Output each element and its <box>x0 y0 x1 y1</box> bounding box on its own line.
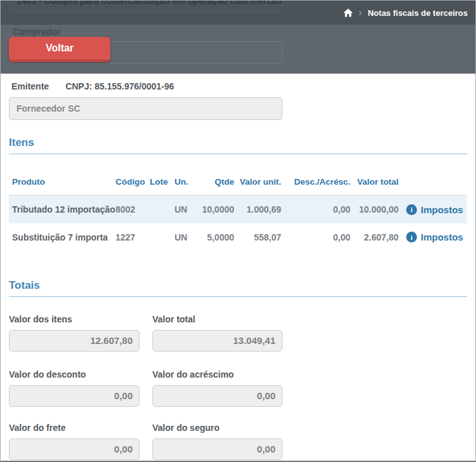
info-icon: i <box>406 204 417 215</box>
totais-row-1: Valor dos itens 12.607,80 Valor total 13… <box>9 314 467 352</box>
col-codigo: Código <box>116 154 150 195</box>
chevron-right-icon: › <box>359 7 362 18</box>
cell-valor-total: 2.607,80 <box>350 223 399 251</box>
field-valor-do-acrescimo: Valor do acréscimo 0,00 <box>152 369 282 407</box>
emitente-row: Emitente CNPJ: 85.155.976/0001-96 <box>11 81 465 91</box>
emitente-input[interactable]: Fornecedor SC <box>9 97 282 120</box>
valor-total-input[interactable]: 13.049,41 <box>152 330 282 352</box>
valor-do-seguro-input[interactable]: 0,00 <box>152 439 282 460</box>
cell-codigo: 1227 <box>116 223 150 251</box>
emitente-cnpj: CNPJ: 85.155.976/0001-96 <box>65 81 174 91</box>
col-un: Un. <box>175 154 196 195</box>
valor-do-acrescimo-input[interactable]: 0,00 <box>152 385 282 407</box>
valor-do-frete-input[interactable]: 0,00 <box>9 439 140 460</box>
totais-row-3: Valor do frete 0,00 Valor do seguro 0,00 <box>9 423 467 460</box>
field-label: Valor do desconto <box>9 369 140 380</box>
valor-dos-itens-input[interactable]: 12.607,80 <box>9 330 140 352</box>
cell-qtde: 10,0000 <box>196 195 234 223</box>
col-valor-unit: Valor unit. <box>234 154 281 195</box>
cell-un: UN <box>175 223 196 251</box>
field-valor-total: Valor total 13.049,41 <box>152 314 282 352</box>
cell-qtde: 5,0000 <box>196 223 234 251</box>
emitente-label: Emitente <box>11 81 49 91</box>
field-valor-do-desconto: Valor do desconto 0,00 <box>9 369 140 407</box>
table-row: Tributado 12 importação 8002 UN 10,0000 … <box>9 195 467 223</box>
voltar-button[interactable]: Voltar <box>9 37 110 62</box>
col-qtde: Qtde <box>196 154 234 195</box>
cell-un: UN <box>175 195 196 223</box>
comprador-label: Comprador <box>13 27 60 37</box>
cell-produto: Substituição 7 importa <box>9 223 116 251</box>
main-content: Emitente CNPJ: 85.155.976/0001-96 Fornec… <box>1 74 475 460</box>
breadcrumb: › Notas fiscais de terceiros <box>343 1 468 25</box>
cell-valor-unit: 1.000,69 <box>234 195 281 223</box>
cell-lote <box>150 223 175 251</box>
field-label: Valor dos itens <box>9 314 140 325</box>
impostos-label: Impostos <box>421 232 463 242</box>
cell-desc-acresc: 0,00 <box>281 195 350 223</box>
col-impostos <box>399 154 467 195</box>
impostos-link[interactable]: i Impostos <box>406 204 463 215</box>
valor-do-desconto-input[interactable]: 0,00 <box>9 385 140 407</box>
breadcrumb-current: Notas fiscais de terceiros <box>367 8 468 18</box>
field-label: Valor do seguro <box>152 423 282 433</box>
cell-produto: Tributado 12 importação <box>9 195 116 223</box>
cell-codigo: 8002 <box>116 195 150 223</box>
field-label: Valor total <box>152 314 282 325</box>
col-desc-acresc: Desc./Acrésc. <box>281 154 350 195</box>
home-icon[interactable] <box>343 8 353 17</box>
col-valor-total: Valor total <box>350 154 399 195</box>
page: 1403 - Compra para comercialização em op… <box>0 0 476 462</box>
cell-valor-total: 10.000,00 <box>350 195 399 223</box>
impostos-link[interactable]: i Impostos <box>406 232 463 242</box>
info-icon: i <box>406 232 417 242</box>
field-valor-do-seguro: Valor do seguro 0,00 <box>152 423 282 460</box>
field-label: Valor do frete <box>9 423 140 433</box>
col-produto: Produto <box>9 154 116 195</box>
itens-section-title: Itens <box>9 136 467 154</box>
dimmed-header-overlay: 1403 - Compra para comercialização em op… <box>1 1 475 74</box>
impostos-label: Impostos <box>421 204 463 215</box>
totais-row-2: Valor do desconto 0,00 Valor do acréscim… <box>9 369 467 407</box>
cell-lote <box>150 195 175 223</box>
totais-section-title: Totais <box>9 279 467 297</box>
table-row: Substituição 7 importa 1227 UN 5,0000 55… <box>9 223 467 251</box>
field-valor-do-frete: Valor do frete 0,00 <box>9 423 140 460</box>
itens-table: Produto Código Lote Un. Qtde Valor unit.… <box>9 154 467 251</box>
cell-desc-acresc: 0,00 <box>281 223 350 251</box>
field-label: Valor do acréscimo <box>152 369 282 380</box>
table-header-row: Produto Código Lote Un. Qtde Valor unit.… <box>9 154 467 195</box>
field-valor-dos-itens: Valor dos itens 12.607,80 <box>9 314 140 352</box>
cell-valor-unit: 558,07 <box>234 223 281 251</box>
col-lote: Lote <box>150 154 175 195</box>
